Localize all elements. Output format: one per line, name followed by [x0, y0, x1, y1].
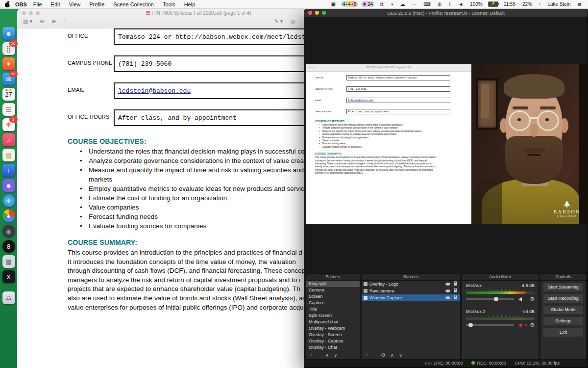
source-item[interactable]: Overlay - Logo [362, 281, 460, 288]
pdf-form-field[interactable]: Tomasso 224 or http://babson.webex.com/m… [114, 28, 335, 45]
lock-icon[interactable] [454, 290, 457, 292]
visibility-eye-icon[interactable] [445, 283, 450, 286]
menubar-status-item[interactable]: 4+4+5 [341, 1, 358, 7]
volume-slider-handle[interactable] [468, 323, 473, 327]
menu-item[interactable]: File [29, 1, 47, 7]
app-menu-title[interactable]: OBS [15, 1, 27, 7]
scene-item[interactable]: Overlay - Capture [306, 338, 360, 344]
panel-toolbar-button[interactable]: − [373, 351, 376, 359]
speaker-icon[interactable] [516, 297, 522, 301]
menubar-status-item[interactable]: ⌨ [422, 1, 432, 7]
control-button[interactable]: Studio Mode [543, 305, 584, 315]
webcam-source[interactable]: BABSON COLLEGE [471, 64, 587, 224]
menu-item[interactable]: Profile [85, 1, 109, 7]
dock-icon-app-orange[interactable]: ✦ [2, 57, 15, 70]
visibility-eye-icon[interactable] [445, 289, 450, 292]
lock-icon[interactable] [454, 283, 457, 286]
menubar-status-item[interactable]: ☁ [398, 1, 406, 7]
dock-icon-chrome[interactable]: ● [2, 210, 15, 222]
dock-icon-calendar[interactable]: AUG 27 [2, 88, 15, 101]
pdf-toolbar-icon[interactable]: ▥ ▾ [23, 18, 32, 25]
menu-item[interactable]: View [65, 1, 85, 7]
scene-item[interactable]: Camera [306, 287, 360, 293]
menubar-status-item[interactable]: 100% [468, 1, 484, 7]
menubar-status-item[interactable]: Luke Stein [546, 1, 572, 7]
gear-icon[interactable]: ⚙ [530, 322, 535, 328]
scene-item[interactable]: Title [306, 306, 360, 313]
menubar-status-item[interactable]: ◄ [457, 1, 465, 7]
dock-icon-notes[interactable]: ▤ [2, 149, 15, 161]
menubar-status-item[interactable]: › [538, 1, 542, 7]
menubar-status-item[interactable]: ᛒ [447, 1, 453, 7]
speaker-icon[interactable] [516, 323, 522, 327]
pdf-toolbar-icon[interactable]: ↑ [63, 18, 66, 25]
dock-icon-reminders[interactable]: ☰ [2, 103, 15, 116]
zoom-button[interactable] [322, 11, 326, 15]
pdf-form-field[interactable]: lcdstein@babson.edu [114, 82, 335, 99]
panel-toolbar-button[interactable]: + [310, 351, 313, 359]
panel-toolbar-button[interactable]: ⚙ [381, 351, 386, 359]
volume-slider-handle[interactable] [494, 297, 498, 301]
volume-slider[interactable] [466, 298, 514, 300]
control-button[interactable]: Settings [543, 316, 584, 326]
pdf-form-field[interactable]: After class, and by appointment [114, 109, 335, 126]
dock-icon-app-dial[interactable]: ◉ [2, 225, 15, 237]
volume-slider[interactable] [466, 324, 514, 326]
gear-icon[interactable]: ⚙ [530, 296, 535, 302]
menubar-status-item[interactable]: ⧉ [378, 1, 385, 7]
dock-icon-app-purple[interactable]: ☻ [2, 179, 15, 192]
dock-icon-photos[interactable]: ❋ 1 [2, 118, 15, 131]
menubar-status-item[interactable]: ⊕ [436, 1, 443, 7]
window-capture-source[interactable]: FIN 7800 Syllabus Fall 2020.pdf (page 1 … [306, 64, 471, 224]
dock-icon-mail[interactable]: ✉ 39 [2, 73, 15, 85]
dock-icon-app-black-ball[interactable]: 8 [2, 240, 15, 253]
minimize-button[interactable] [315, 11, 319, 15]
apple-menu-icon[interactable] [5, 1, 10, 7]
menu-item[interactable]: Tools [158, 1, 180, 7]
scene-item[interactable]: Overlay - Screen [306, 332, 360, 338]
menubar-status-item[interactable]: 22% [521, 1, 534, 7]
visibility-eye-icon[interactable] [445, 296, 450, 299]
pdf-form-field[interactable]: (781) 239-5060 [114, 55, 335, 72]
control-button[interactable]: Start Recording [543, 294, 584, 303]
pdf-toolbar-icon[interactable]: ⊕ [51, 18, 56, 25]
dock-icon-finder[interactable]: ☻ [2, 27, 15, 40]
menubar-status-item[interactable]: ▣ [330, 1, 337, 7]
scene-item[interactable]: Capture [306, 300, 360, 306]
dock-icon-safari[interactable]: ✈ [2, 194, 15, 207]
scene-item[interactable]: Split screen [306, 313, 360, 319]
menubar-status-item[interactable]: ◑ [389, 1, 394, 7]
panel-toolbar-button[interactable]: ∨ [399, 351, 402, 359]
scene-item[interactable]: King split [306, 281, 360, 287]
menubar-status-item[interactable]: ≣ [576, 1, 583, 7]
menubar-status-item[interactable]: ⋯ [410, 1, 418, 7]
dock-icon-music[interactable]: ♫ [2, 133, 15, 146]
scene-item[interactable]: Screen [306, 293, 360, 300]
scene-item[interactable]: Overlay - Chat [306, 344, 360, 351]
pdf-toolbar-icon[interactable]: ✎ ▾ [274, 18, 283, 25]
scene-item[interactable]: Multipanel chat [306, 319, 360, 325]
panel-toolbar-button[interactable]: + [366, 351, 368, 359]
panel-toolbar-button[interactable]: − [318, 351, 320, 359]
menubar-status-item[interactable]: 11:55 [502, 1, 517, 7]
source-item[interactable]: Window Capture [362, 294, 460, 301]
dock-icon-app-x[interactable]: X [2, 270, 15, 283]
lock-icon[interactable] [454, 297, 457, 299]
menu-item[interactable]: Edit [47, 1, 65, 7]
menubar-status-item[interactable]: ♥ 24 [362, 1, 374, 7]
panel-toolbar-button[interactable]: ∨ [334, 351, 337, 359]
dock-icon-app-gray[interactable]: ▦ [2, 255, 15, 268]
menu-item[interactable]: Scene Collection [109, 1, 158, 7]
panel-toolbar-button[interactable]: ∧ [325, 351, 329, 359]
dock-icon-app-blue-up[interactable]: ↑ [2, 164, 15, 177]
dock-icon-trash[interactable]: ♺ [2, 291, 15, 304]
source-item[interactable]: Raw camera [362, 288, 460, 294]
scene-item[interactable]: Overlay - Webcam [306, 325, 360, 332]
pdf-toolbar-icon[interactable]: ⊖ [40, 18, 44, 25]
menu-item[interactable]: Help [180, 1, 200, 7]
dock-icon-launchpad[interactable]: ⣿ 16 [2, 42, 15, 55]
obs-preview-canvas[interactable]: FIN 7800 Syllabus Fall 2020.pdf (page 1 … [306, 64, 587, 224]
control-button[interactable]: Start Streaming [543, 283, 584, 292]
panel-toolbar-button[interactable]: ∧ [391, 351, 394, 359]
close-button[interactable] [308, 11, 312, 15]
